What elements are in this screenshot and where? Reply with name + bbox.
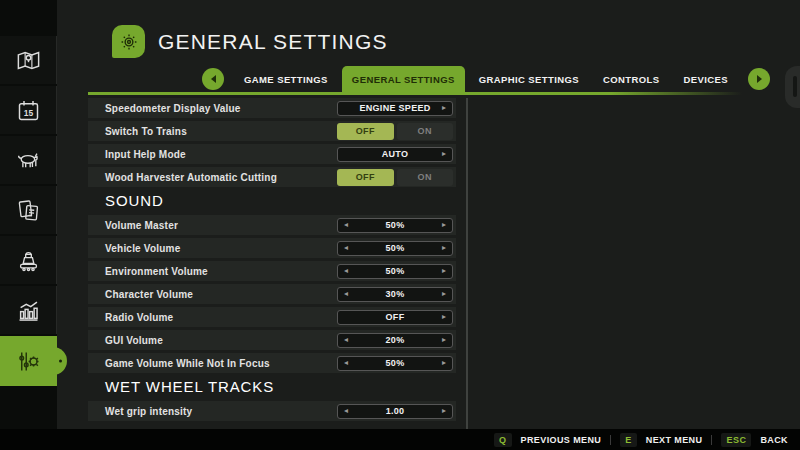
selector-value: 50% — [350, 266, 440, 276]
toggle-option-on[interactable]: ON — [397, 123, 454, 140]
hint-label: NEXT MENU — [646, 435, 703, 445]
toggle-option-off[interactable]: OFF — [337, 123, 394, 140]
sidebar-item-settings[interactable] — [0, 336, 57, 386]
key-hint-e: E — [620, 433, 637, 447]
value-selector[interactable]: ◂50%▸ — [337, 241, 453, 256]
row-label: Wet grip intensity — [105, 406, 192, 417]
tab-general-settings[interactable]: GENERAL SETTINGS — [342, 66, 465, 92]
increase-arrow-icon[interactable]: ▸ — [440, 221, 448, 229]
selector-value: ENGINE SPEED — [350, 103, 440, 113]
sidebar-item-production[interactable] — [0, 236, 57, 284]
tabs-prev-button[interactable] — [202, 68, 224, 90]
toggle-option-off[interactable]: OFF — [337, 169, 394, 186]
scrollbar[interactable] — [466, 98, 468, 438]
decrease-arrow-icon[interactable]: ◂ — [342, 221, 350, 229]
value-selector[interactable]: ◂30%▸ — [337, 287, 453, 302]
tab-graphic-settings[interactable]: GRAPHIC SETTINGS — [469, 66, 589, 92]
increase-arrow-icon[interactable]: ▸ — [440, 104, 448, 112]
sidebar-item-statistics[interactable] — [0, 286, 57, 334]
arrow-left-icon — [211, 75, 216, 83]
decrease-arrow-icon[interactable]: ◂ — [342, 290, 350, 298]
animals-icon — [15, 147, 42, 174]
selector-value: 20% — [350, 335, 440, 345]
value-selector[interactable]: ◂AUTO▸ — [337, 147, 453, 162]
selector-value: 50% — [350, 243, 440, 253]
sidebar-item-map[interactable] — [0, 36, 57, 84]
row-label: Game Volume While Not In Focus — [105, 358, 270, 369]
settings-row: Radio Volume◂OFF▸ — [88, 307, 456, 327]
increase-arrow-icon[interactable]: ▸ — [440, 150, 448, 158]
settings-row: Wet grip intensity◂1.00▸ — [88, 401, 456, 421]
value-selector[interactable]: ◂1.00▸ — [337, 404, 453, 419]
statistics-icon — [15, 297, 42, 324]
sidebar-item-calendar[interactable]: 15 — [0, 86, 57, 134]
increase-arrow-icon[interactable]: ▸ — [440, 290, 448, 298]
divider — [610, 435, 611, 445]
footer-bar: QPREVIOUS MENUENEXT MENUESCBACK — [0, 429, 800, 450]
key-hint-esc: ESC — [721, 433, 751, 447]
tab-underline — [88, 92, 742, 95]
settings-row: Speedometer Display Value◂ENGINE SPEED▸ — [88, 98, 456, 118]
tab-game-settings[interactable]: GAME SETTINGS — [234, 66, 338, 92]
decrease-arrow-icon[interactable]: ◂ — [342, 407, 350, 415]
settings-list: Speedometer Display Value◂ENGINE SPEED▸S… — [88, 98, 456, 424]
decrease-arrow-icon[interactable]: ◂ — [342, 244, 350, 252]
hint-label: PREVIOUS MENU — [521, 435, 602, 445]
key-hint-q: Q — [494, 433, 512, 447]
decrease-arrow-icon[interactable]: ◂ — [342, 267, 350, 275]
settings-row: Wood Harvester Automatic CuttingOFFON — [88, 167, 456, 187]
increase-arrow-icon[interactable]: ▸ — [440, 244, 448, 252]
page-title: GENERAL SETTINGS — [158, 30, 388, 54]
selector-value: 1.00 — [350, 406, 440, 416]
row-label: Character Volume — [105, 289, 193, 300]
sidebar-item-animals[interactable] — [0, 136, 57, 184]
general-settings-screen: 15 GENERAL SETTINGS GAME SETTINGSGENERAL… — [0, 0, 800, 450]
row-label: Volume Master — [105, 220, 178, 231]
mouse-scroll-indicator — [785, 66, 800, 108]
value-selector[interactable]: ◂50%▸ — [337, 356, 453, 371]
selector-value: 50% — [350, 358, 440, 368]
decrease-arrow-icon[interactable]: ◂ — [342, 359, 350, 367]
sidebar-item-finances[interactable] — [0, 186, 57, 234]
value-selector[interactable]: ◂50%▸ — [337, 264, 453, 279]
value-selector[interactable]: ◂50%▸ — [337, 218, 453, 233]
row-label: Speedometer Display Value — [105, 103, 241, 114]
value-selector[interactable]: ◂20%▸ — [337, 333, 453, 348]
selector-value: 50% — [350, 220, 440, 230]
map-icon — [15, 47, 42, 74]
tabs-next-button[interactable] — [748, 68, 770, 90]
finances-icon — [15, 197, 42, 224]
tab-controls[interactable]: CONTROLS — [593, 66, 670, 92]
row-label: Vehicle Volume — [105, 243, 180, 254]
active-item-notch — [52, 347, 67, 375]
settings-row: Vehicle Volume◂50%▸ — [88, 238, 456, 258]
toggle-control: OFFON — [337, 169, 453, 186]
row-label: Switch To Trains — [105, 126, 187, 137]
value-selector[interactable]: ◂ENGINE SPEED▸ — [337, 101, 453, 116]
arrow-right-icon — [757, 75, 762, 83]
increase-arrow-icon[interactable]: ▸ — [440, 359, 448, 367]
increase-arrow-icon[interactable]: ▸ — [440, 267, 448, 275]
tab-devices[interactable]: DEVICES — [674, 66, 739, 92]
selector-value: AUTO — [350, 149, 440, 159]
toggle-option-on[interactable]: ON — [397, 169, 454, 186]
settings-row: Character Volume◂30%▸ — [88, 284, 456, 304]
sidebar: 15 — [0, 0, 57, 450]
settings-icon — [15, 348, 42, 375]
settings-row: Volume Master◂50%▸ — [88, 215, 456, 235]
calendar-icon: 15 — [15, 97, 42, 124]
row-label: Radio Volume — [105, 312, 173, 323]
value-selector[interactable]: ◂OFF▸ — [337, 310, 453, 325]
row-label: Environment Volume — [105, 266, 208, 277]
row-label: GUI Volume — [105, 335, 163, 346]
hint-label: BACK — [760, 435, 788, 445]
increase-arrow-icon[interactable]: ▸ — [440, 313, 448, 321]
increase-arrow-icon[interactable]: ▸ — [440, 336, 448, 344]
tab-bar: GAME SETTINGSGENERAL SETTINGSGRAPHIC SET… — [196, 66, 776, 92]
selector-value: OFF — [350, 312, 440, 322]
increase-arrow-icon[interactable]: ▸ — [440, 407, 448, 415]
divider — [711, 435, 712, 445]
row-label: Input Help Mode — [105, 149, 186, 160]
row-label: Wood Harvester Automatic Cutting — [105, 172, 277, 183]
decrease-arrow-icon[interactable]: ◂ — [342, 336, 350, 344]
